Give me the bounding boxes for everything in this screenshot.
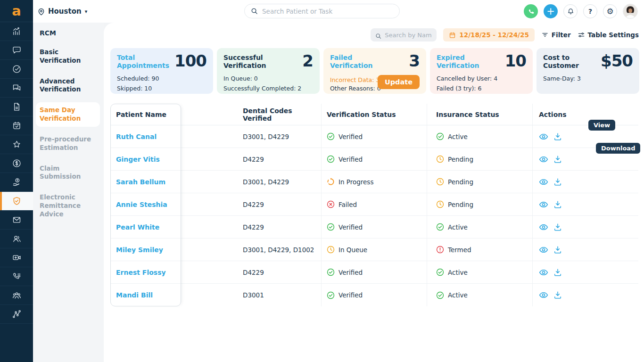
rail-item-team[interactable] bbox=[0, 286, 33, 305]
patient-link[interactable]: Pearl White bbox=[116, 223, 159, 231]
header-actions: + ? ⚙ bbox=[524, 4, 638, 19]
filter-button[interactable]: Filter bbox=[541, 31, 571, 39]
download-icon[interactable] bbox=[553, 177, 562, 187]
calendar-icon bbox=[449, 32, 456, 39]
bell-icon bbox=[567, 8, 575, 16]
dental-codes: D4229 bbox=[243, 201, 264, 208]
col-actions: Actions bbox=[533, 104, 638, 125]
rail-item-payment[interactable] bbox=[0, 173, 33, 192]
status-icon bbox=[327, 132, 335, 140]
status-icon bbox=[327, 223, 335, 231]
card-failed-verification: Failed Verification 3 Incorrect Data: 3 … bbox=[323, 48, 426, 94]
view-icon[interactable] bbox=[539, 200, 548, 209]
sidebar-item-basic-verification[interactable]: Basic Verification bbox=[40, 48, 99, 65]
status-icon bbox=[327, 268, 335, 276]
patient-link[interactable]: Mandi Bill bbox=[116, 291, 153, 299]
global-search-input[interactable] bbox=[262, 8, 393, 15]
rail-item-patients[interactable] bbox=[0, 230, 33, 248]
settings-button[interactable]: ⚙ bbox=[603, 4, 617, 18]
view-icon[interactable] bbox=[539, 290, 548, 300]
location-pin-icon bbox=[37, 7, 46, 16]
date-range-picker[interactable]: 12/18/25 - 12/24/25 bbox=[443, 28, 534, 41]
verification-status: In Queue bbox=[327, 246, 427, 254]
table-settings-button[interactable]: Table Settings bbox=[578, 31, 639, 39]
patient-link[interactable]: Miley Smiley bbox=[116, 246, 163, 254]
help-button[interactable]: ? bbox=[583, 4, 597, 18]
dental-codes: D3001 bbox=[243, 291, 264, 299]
status-icon bbox=[436, 268, 444, 276]
rail-item-mail[interactable] bbox=[0, 211, 33, 230]
rail-item-chat[interactable] bbox=[0, 41, 33, 60]
sidebar-item-claim-submission[interactable]: Claim Submission bbox=[40, 165, 99, 181]
view-icon[interactable] bbox=[539, 132, 548, 141]
table-search[interactable] bbox=[371, 28, 437, 41]
view-icon[interactable] bbox=[539, 155, 548, 164]
card-value: 3 bbox=[409, 51, 420, 70]
status-icon bbox=[436, 291, 444, 299]
card-value: $50 bbox=[601, 51, 633, 70]
patient-link[interactable]: Sarah Bellum bbox=[116, 178, 165, 186]
download-tooltip: Download bbox=[596, 143, 640, 154]
sidebar-item-same-day-verification[interactable]: Same Day Verification bbox=[36, 102, 100, 127]
rail-item-calendar[interactable] bbox=[0, 116, 33, 135]
avatar[interactable] bbox=[623, 4, 638, 19]
download-icon[interactable] bbox=[553, 222, 562, 232]
search-icon bbox=[375, 32, 381, 38]
view-icon[interactable] bbox=[539, 222, 548, 232]
filter-icon bbox=[541, 31, 549, 39]
location-selector[interactable]: Houston ▾ bbox=[37, 0, 87, 23]
rail-item-analytics[interactable] bbox=[0, 22, 33, 41]
main-panel: 12/18/25 - 12/24/25 Filter Table Setting… bbox=[104, 23, 644, 362]
table-search-input[interactable] bbox=[385, 32, 432, 39]
card-value: 10 bbox=[505, 51, 526, 70]
download-icon[interactable] bbox=[553, 290, 562, 300]
global-search[interactable] bbox=[244, 4, 400, 18]
table-row: Sarah Bellum D3001, D4229 In Progress Pe… bbox=[110, 171, 638, 193]
view-icon[interactable] bbox=[539, 245, 548, 255]
add-button[interactable]: + bbox=[544, 4, 558, 18]
download-icon[interactable] bbox=[553, 132, 562, 141]
insurance-status: Termed bbox=[436, 246, 532, 254]
rail-item-task-check[interactable] bbox=[0, 60, 33, 79]
top-header: Houston ▾ + ? ⚙ bbox=[33, 0, 644, 23]
view-icon[interactable] bbox=[539, 177, 548, 187]
table-row: Ruth Canal D3001, D4229 Verified Active bbox=[110, 125, 638, 148]
chevron-down-icon: ▾ bbox=[85, 8, 88, 15]
insurance-status: Pending bbox=[436, 178, 532, 186]
rail-item-conversations[interactable] bbox=[0, 79, 33, 98]
dental-codes: D4229 bbox=[243, 223, 264, 231]
card-total-appointments: Total Appointments 100 Scheduled: 90 Ski… bbox=[110, 48, 213, 94]
rail-item-billing[interactable] bbox=[0, 154, 33, 173]
rail-item-calls[interactable] bbox=[0, 267, 33, 286]
patient-link[interactable]: Ruth Canal bbox=[116, 133, 157, 140]
download-icon[interactable] bbox=[553, 200, 562, 209]
download-icon[interactable] bbox=[553, 245, 562, 255]
insurance-status: Pending bbox=[436, 200, 532, 208]
patient-link[interactable]: Annie Steshia bbox=[116, 201, 167, 208]
table-row: Pearl White D4229 Verified Active bbox=[110, 216, 638, 239]
sidebar-item-electronic-remittance-advice[interactable]: Electronic Remittance Advice bbox=[40, 193, 99, 218]
view-icon[interactable] bbox=[539, 268, 548, 277]
rail-item-star[interactable] bbox=[0, 135, 33, 154]
sidebar-section-title: RCM bbox=[40, 29, 99, 37]
table-toolbar: 12/18/25 - 12/24/25 Filter Table Setting… bbox=[371, 28, 639, 41]
mail-icon bbox=[12, 215, 22, 225]
verification-status: Verified bbox=[327, 291, 427, 299]
sidebar-item-pre-procedure-estimation[interactable]: Pre-procedure Estimation bbox=[40, 135, 99, 152]
patient-link[interactable]: Ernest Flossy bbox=[116, 269, 166, 276]
card-expired-verification: Expired Verification 10 Cancelled by Use… bbox=[430, 48, 533, 94]
download-icon[interactable] bbox=[553, 155, 562, 164]
sidebar-item-advanced-verification[interactable]: Advanced Verification bbox=[40, 77, 99, 94]
rail-item-document[interactable] bbox=[0, 98, 33, 116]
notifications-button[interactable] bbox=[563, 4, 578, 18]
phone-button[interactable] bbox=[524, 4, 538, 18]
rail-item-verification[interactable] bbox=[0, 192, 33, 211]
patient-link[interactable]: Ginger Vitis bbox=[116, 156, 160, 163]
date-range-label: 12/18/25 - 12/24/25 bbox=[459, 31, 528, 39]
status-icon bbox=[436, 155, 444, 163]
rail-item-video[interactable] bbox=[0, 248, 33, 267]
update-button[interactable]: Update bbox=[378, 75, 420, 89]
rail-item-workflow[interactable] bbox=[0, 305, 33, 324]
dental-codes: D4229 bbox=[243, 156, 264, 163]
download-icon[interactable] bbox=[553, 268, 562, 277]
